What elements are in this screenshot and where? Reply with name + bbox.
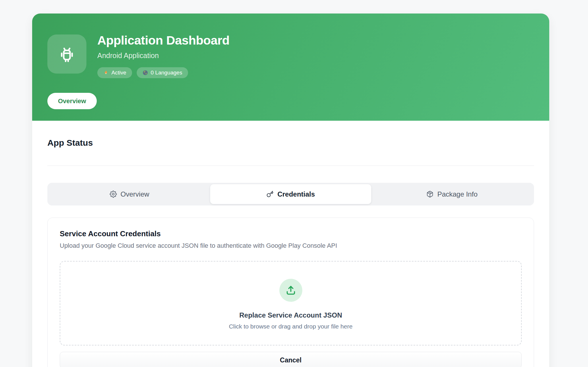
application-dashboard-card: Application Dashboard Android Applicatio… <box>32 14 549 367</box>
status-badge: Active <box>97 67 132 78</box>
dropzone-title: Replace Service Account JSON <box>239 311 342 319</box>
tab-credentials-label: Credentials <box>277 190 315 198</box>
upload-icon-circle <box>279 279 302 302</box>
badge-row: Active 0 Languages <box>97 67 229 78</box>
status-tab-bar: Overview Credentials Package Info <box>47 183 534 205</box>
tab-credentials[interactable]: Credentials <box>210 184 372 204</box>
app-icon-tile <box>47 34 86 74</box>
tab-overview[interactable]: Overview <box>49 184 210 204</box>
page-subtitle: Android Application <box>97 51 229 60</box>
credentials-card-title: Service Account Credentials <box>60 229 522 238</box>
globe-icon <box>142 70 148 76</box>
json-upload-dropzone[interactable]: Replace Service Account JSON Click to br… <box>60 261 522 345</box>
languages-badge: 0 Languages <box>137 67 188 78</box>
key-icon <box>266 191 274 198</box>
languages-badge-label: 0 Languages <box>151 70 182 76</box>
upload-icon <box>285 285 296 296</box>
gear-icon <box>110 191 117 198</box>
hero-header: Application Dashboard Android Applicatio… <box>32 14 549 121</box>
tab-overview-label: Overview <box>121 190 149 198</box>
tab-package-info[interactable]: Package Info <box>371 184 533 204</box>
section-divider <box>47 166 534 166</box>
android-icon <box>57 45 76 64</box>
flame-icon <box>103 70 109 76</box>
package-icon <box>426 191 434 198</box>
dropzone-hint: Click to browse or drag and drop your fi… <box>229 323 353 330</box>
page-title: Application Dashboard <box>97 33 229 47</box>
cancel-button[interactable]: Cancel <box>60 352 522 367</box>
status-badge-label: Active <box>111 70 126 76</box>
service-account-credentials-card: Service Account Credentials Upload your … <box>47 218 534 367</box>
credentials-card-description: Upload your Google Cloud service account… <box>60 242 522 249</box>
overview-nav-pill[interactable]: Overview <box>47 93 97 109</box>
section-title-app-status: App Status <box>47 138 534 148</box>
tab-package-info-label: Package Info <box>437 190 477 198</box>
